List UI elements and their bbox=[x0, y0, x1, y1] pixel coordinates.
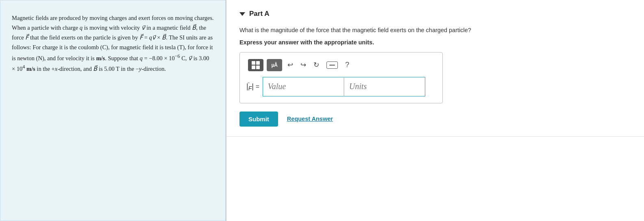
part-a-title: Part A bbox=[249, 10, 269, 18]
units-label: μÅ bbox=[271, 62, 277, 68]
input-row: |F⃗|= bbox=[246, 77, 436, 96]
redo-button[interactable]: ↪ bbox=[298, 59, 308, 70]
help-label: ? bbox=[345, 61, 349, 69]
undo-button[interactable]: ↩ bbox=[285, 59, 295, 70]
right-panel: Part A What is the magnitude of the forc… bbox=[226, 0, 644, 221]
toolbar: μÅ ↩ ↪ ↻ ? bbox=[246, 59, 436, 71]
problem-description: Magnetic fields are produced by moving c… bbox=[0, 0, 226, 221]
refresh-button[interactable]: ↻ bbox=[311, 59, 321, 70]
collapse-chevron-icon[interactable] bbox=[239, 12, 245, 16]
matrix-icon bbox=[252, 61, 260, 69]
request-answer-link[interactable]: Request Answer bbox=[287, 116, 333, 122]
submit-button[interactable]: Submit bbox=[239, 112, 278, 127]
part-a-header: Part A bbox=[239, 10, 628, 18]
force-label: |F⃗|= bbox=[246, 82, 259, 92]
instruction-text: Express your answer with the appropriate… bbox=[239, 39, 628, 46]
question-text: What is the magnitude of the force that … bbox=[239, 26, 628, 35]
keyboard-button[interactable] bbox=[324, 60, 340, 70]
answer-box: μÅ ↩ ↪ ↻ ? |F⃗|= bbox=[239, 52, 443, 103]
equals-sign: = bbox=[256, 83, 259, 90]
force-vector-label: F⃗ bbox=[248, 82, 252, 92]
part-a-section: Part A What is the magnitude of the forc… bbox=[226, 0, 644, 137]
abs-bar-right: | bbox=[252, 82, 254, 91]
keyboard-icon bbox=[326, 61, 338, 69]
matrix-button[interactable] bbox=[248, 59, 263, 71]
problem-text: Magnetic fields are produced by moving c… bbox=[12, 13, 214, 74]
action-row: Submit Request Answer bbox=[239, 112, 628, 127]
help-button[interactable]: ? bbox=[343, 59, 351, 70]
units-input[interactable] bbox=[344, 77, 425, 96]
units-button[interactable]: μÅ bbox=[267, 59, 282, 71]
value-input[interactable] bbox=[263, 77, 344, 96]
